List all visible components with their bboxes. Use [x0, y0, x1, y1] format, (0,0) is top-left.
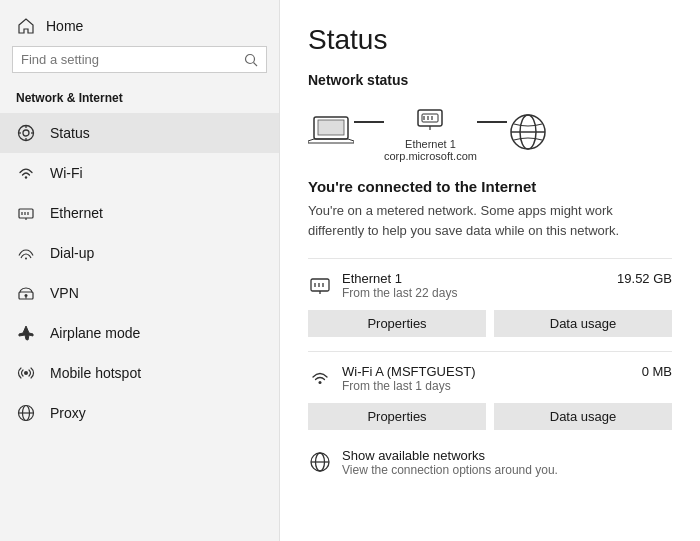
- sidebar-item-dialup-label: Dial-up: [50, 245, 94, 261]
- router-icon: Ethernet 1 corp.microsoft.com: [384, 102, 477, 162]
- status-icon: [16, 123, 36, 143]
- sidebar-item-status-label: Status: [50, 125, 90, 141]
- svg-rect-23: [318, 120, 344, 135]
- sidebar-item-home[interactable]: Home: [0, 8, 279, 46]
- svg-point-14: [25, 258, 27, 260]
- sidebar-item-airplane[interactable]: Airplane mode: [0, 313, 279, 353]
- show-networks-title: Show available networks: [342, 448, 558, 463]
- show-networks-text: Show available networks View the connect…: [342, 448, 558, 477]
- sidebar-item-vpn[interactable]: VPN: [0, 273, 279, 313]
- svg-point-3: [23, 130, 29, 136]
- ethernet-network-size: 19.52 GB: [617, 271, 672, 286]
- airplane-icon: [16, 323, 36, 343]
- sidebar-item-ethernet-label: Ethernet: [50, 205, 103, 221]
- ethernet-card-icon: [308, 273, 332, 297]
- svg-point-0: [246, 54, 255, 63]
- section-title: Network status: [308, 72, 672, 88]
- sidebar-item-hotspot[interactable]: Mobile hotspot: [0, 353, 279, 393]
- ethernet-card-info: Ethernet 1 From the last 22 days: [342, 271, 457, 300]
- search-input[interactable]: [21, 52, 238, 67]
- sidebar-item-proxy-label: Proxy: [50, 405, 86, 421]
- wifi-card-info: Wi-Fi A (MSFTGUEST) From the last 1 days: [342, 364, 476, 393]
- wifi-card-header: Wi-Fi A (MSFTGUEST) From the last 1 days…: [308, 364, 672, 393]
- wifi-network-name: Wi-Fi A (MSFTGUEST): [342, 364, 476, 379]
- line-left: [354, 121, 384, 123]
- svg-point-8: [25, 176, 27, 178]
- sidebar-item-airplane-label: Airplane mode: [50, 325, 140, 341]
- svg-rect-9: [19, 209, 33, 218]
- main-content: Status Network status Ethernet: [280, 0, 700, 541]
- svg-point-38: [319, 381, 322, 384]
- wifi-card-left: Wi-Fi A (MSFTGUEST) From the last 1 days: [308, 364, 476, 393]
- sidebar-item-vpn-label: VPN: [50, 285, 79, 301]
- svg-rect-33: [311, 279, 329, 291]
- hotspot-icon: [16, 363, 36, 383]
- wifi-network-card: Wi-Fi A (MSFTGUEST) From the last 1 days…: [308, 351, 672, 430]
- wifi-network-size: 0 MB: [642, 364, 672, 379]
- sidebar-item-wifi-label: Wi-Fi: [50, 165, 83, 181]
- ethernet-icon: [16, 203, 36, 223]
- search-box[interactable]: [12, 46, 267, 73]
- line-right: [477, 121, 507, 123]
- svg-line-1: [254, 62, 258, 66]
- wifi-card-icon: [308, 366, 332, 390]
- dialup-icon: [16, 243, 36, 263]
- svg-point-16: [25, 294, 28, 297]
- ethernet-card-buttons: Properties Data usage: [308, 310, 672, 337]
- sidebar-item-hotspot-label: Mobile hotspot: [50, 365, 141, 381]
- ethernet-network-card: Ethernet 1 From the last 22 days 19.52 G…: [308, 258, 672, 337]
- ethernet-datausage-button[interactable]: Data usage: [494, 310, 672, 337]
- connection-label: Ethernet 1 corp.microsoft.com: [384, 138, 477, 162]
- wifi-network-sub: From the last 1 days: [342, 379, 476, 393]
- proxy-icon: [16, 403, 36, 423]
- sidebar: Home Network & Internet Status: [0, 0, 280, 541]
- sidebar-item-ethernet[interactable]: Ethernet: [0, 193, 279, 233]
- sidebar-item-status[interactable]: Status: [0, 113, 279, 153]
- home-label: Home: [46, 18, 83, 34]
- wifi-card-buttons: Properties Data usage: [308, 403, 672, 430]
- search-icon: [244, 53, 258, 67]
- vpn-icon: [16, 283, 36, 303]
- ethernet-network-name: Ethernet 1: [342, 271, 457, 286]
- network-diagram: Ethernet 1 corp.microsoft.com: [308, 102, 672, 162]
- ethernet-card-header: Ethernet 1 From the last 22 days 19.52 G…: [308, 271, 672, 300]
- sidebar-item-proxy[interactable]: Proxy: [0, 393, 279, 433]
- svg-point-18: [24, 371, 28, 375]
- connection-status-title: You're connected to the Internet: [308, 178, 672, 195]
- sidebar-section-label: Network & Internet: [0, 85, 279, 113]
- wifi-properties-button[interactable]: Properties: [308, 403, 486, 430]
- show-networks-icon: [308, 450, 332, 474]
- wifi-icon: [16, 163, 36, 183]
- page-title: Status: [308, 24, 672, 56]
- globe-icon: [507, 111, 549, 153]
- sidebar-item-dialup[interactable]: Dial-up: [0, 233, 279, 273]
- show-available-networks[interactable]: Show available networks View the connect…: [308, 444, 672, 477]
- connection-status-desc: You're on a metered network. Some apps m…: [308, 201, 672, 240]
- show-networks-sub: View the connection options around you.: [342, 463, 558, 477]
- wifi-datausage-button[interactable]: Data usage: [494, 403, 672, 430]
- ethernet-properties-button[interactable]: Properties: [308, 310, 486, 337]
- laptop-icon: [308, 114, 354, 150]
- ethernet-network-sub: From the last 22 days: [342, 286, 457, 300]
- sidebar-item-wifi[interactable]: Wi-Fi: [0, 153, 279, 193]
- home-icon: [16, 16, 36, 36]
- ethernet-card-left: Ethernet 1 From the last 22 days: [308, 271, 457, 300]
